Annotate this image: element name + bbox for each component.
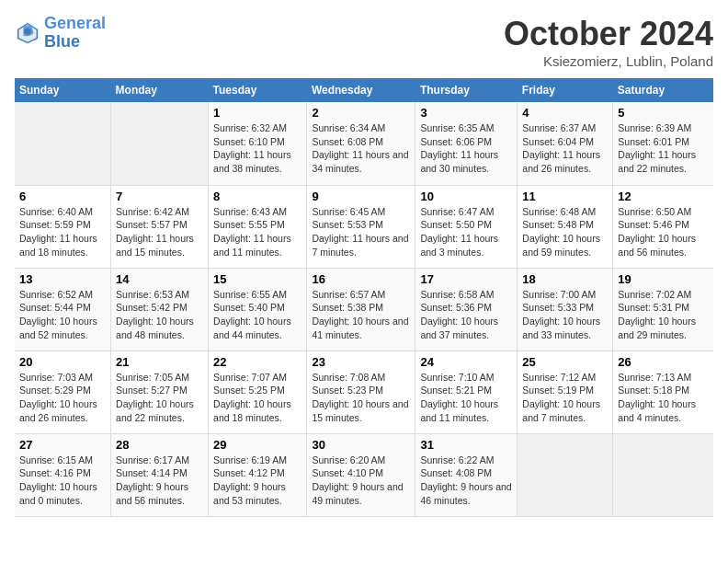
day-info: Sunrise: 6:42 AM Sunset: 5:57 PM Dayligh…	[116, 205, 203, 259]
day-number: 11	[522, 190, 608, 203]
week-row-5: 27Sunrise: 6:15 AM Sunset: 4:16 PM Dayli…	[15, 433, 713, 516]
logo-blue: Blue	[44, 33, 106, 52]
calendar-table: SundayMondayTuesdayWednesdayThursdayFrid…	[15, 78, 713, 517]
day-number: 29	[213, 438, 301, 452]
calendar-cell: 31Sunrise: 6:22 AM Sunset: 4:08 PM Dayli…	[415, 433, 518, 516]
day-number: 10	[420, 190, 512, 203]
logo-text: General Blue	[44, 15, 106, 52]
week-row-2: 6Sunrise: 6:40 AM Sunset: 5:59 PM Daylig…	[15, 185, 713, 268]
day-number: 6	[19, 190, 106, 203]
day-info: Sunrise: 7:12 AM Sunset: 5:19 PM Dayligh…	[522, 371, 608, 425]
calendar-cell: 20Sunrise: 7:03 AM Sunset: 5:29 PM Dayli…	[15, 350, 111, 433]
day-info: Sunrise: 6:35 AM Sunset: 6:06 PM Dayligh…	[420, 121, 512, 176]
calendar-cell: 10Sunrise: 6:47 AM Sunset: 5:50 PM Dayli…	[415, 185, 518, 268]
day-number: 30	[312, 438, 410, 452]
calendar-cell: 19Sunrise: 7:02 AM Sunset: 5:31 PM Dayli…	[613, 268, 713, 350]
header-day-monday: Monday	[111, 78, 209, 102]
day-info: Sunrise: 6:53 AM Sunset: 5:42 PM Dayligh…	[116, 288, 203, 342]
day-info: Sunrise: 7:08 AM Sunset: 5:23 PM Dayligh…	[312, 371, 410, 425]
header-day-friday: Friday	[518, 78, 613, 102]
day-number: 28	[116, 438, 203, 452]
calendar-cell: 16Sunrise: 6:57 AM Sunset: 5:38 PM Dayli…	[307, 268, 415, 350]
week-row-4: 20Sunrise: 7:03 AM Sunset: 5:29 PM Dayli…	[15, 350, 713, 433]
calendar-body: 1Sunrise: 6:32 AM Sunset: 6:10 PM Daylig…	[15, 102, 713, 516]
calendar-cell: 22Sunrise: 7:07 AM Sunset: 5:25 PM Dayli…	[209, 350, 307, 433]
day-info: Sunrise: 6:40 AM Sunset: 5:59 PM Dayligh…	[19, 205, 106, 259]
calendar-header: SundayMondayTuesdayWednesdayThursdayFrid…	[15, 78, 713, 102]
calendar-cell: 23Sunrise: 7:08 AM Sunset: 5:23 PM Dayli…	[307, 350, 415, 433]
day-number: 4	[522, 106, 608, 120]
day-info: Sunrise: 6:58 AM Sunset: 5:36 PM Dayligh…	[420, 288, 512, 342]
day-info: Sunrise: 6:32 AM Sunset: 6:10 PM Dayligh…	[213, 121, 301, 176]
calendar-cell: 17Sunrise: 6:58 AM Sunset: 5:36 PM Dayli…	[415, 268, 518, 350]
calendar-cell: 9Sunrise: 6:45 AM Sunset: 5:53 PM Daylig…	[307, 185, 415, 268]
calendar-cell: 12Sunrise: 6:50 AM Sunset: 5:46 PM Dayli…	[613, 185, 713, 268]
day-info: Sunrise: 6:15 AM Sunset: 4:16 PM Dayligh…	[19, 454, 106, 508]
day-number: 2	[312, 106, 410, 120]
title-block: October 2024 Ksiezomierz, Lublin, Poland	[504, 15, 713, 69]
day-number: 20	[19, 355, 106, 369]
day-info: Sunrise: 7:02 AM Sunset: 5:31 PM Dayligh…	[618, 288, 709, 342]
calendar-cell: 30Sunrise: 6:20 AM Sunset: 4:10 PM Dayli…	[307, 433, 415, 516]
day-number: 21	[116, 355, 203, 369]
calendar-cell: 1Sunrise: 6:32 AM Sunset: 6:10 PM Daylig…	[209, 102, 307, 185]
calendar-cell	[613, 433, 713, 516]
day-info: Sunrise: 7:07 AM Sunset: 5:25 PM Dayligh…	[213, 371, 301, 425]
calendar-cell: 29Sunrise: 6:19 AM Sunset: 4:12 PM Dayli…	[209, 433, 307, 516]
day-number: 8	[213, 190, 301, 203]
calendar-cell: 14Sunrise: 6:53 AM Sunset: 5:42 PM Dayli…	[111, 268, 209, 350]
calendar-cell: 28Sunrise: 6:17 AM Sunset: 4:14 PM Dayli…	[111, 433, 209, 516]
day-info: Sunrise: 6:22 AM Sunset: 4:08 PM Dayligh…	[420, 454, 512, 508]
header-day-saturday: Saturday	[613, 78, 713, 102]
month-title: October 2024	[504, 15, 713, 53]
day-number: 16	[312, 272, 410, 286]
day-info: Sunrise: 6:52 AM Sunset: 5:44 PM Dayligh…	[19, 288, 106, 342]
day-number: 26	[618, 355, 709, 369]
day-info: Sunrise: 6:17 AM Sunset: 4:14 PM Dayligh…	[116, 454, 203, 508]
day-number: 5	[618, 106, 709, 120]
day-info: Sunrise: 7:03 AM Sunset: 5:29 PM Dayligh…	[19, 371, 106, 425]
day-number: 7	[116, 190, 203, 203]
week-row-1: 1Sunrise: 6:32 AM Sunset: 6:10 PM Daylig…	[15, 102, 713, 185]
calendar-cell	[111, 102, 209, 185]
calendar-cell: 13Sunrise: 6:52 AM Sunset: 5:44 PM Dayli…	[15, 268, 111, 350]
calendar-cell: 8Sunrise: 6:43 AM Sunset: 5:55 PM Daylig…	[209, 185, 307, 268]
day-number: 13	[19, 272, 106, 286]
day-number: 12	[618, 190, 709, 203]
calendar-cell	[518, 433, 613, 516]
day-info: Sunrise: 7:10 AM Sunset: 5:21 PM Dayligh…	[420, 371, 512, 425]
calendar-cell: 5Sunrise: 6:39 AM Sunset: 6:01 PM Daylig…	[613, 102, 713, 185]
calendar-cell: 4Sunrise: 6:37 AM Sunset: 6:04 PM Daylig…	[518, 102, 613, 185]
day-info: Sunrise: 6:50 AM Sunset: 5:46 PM Dayligh…	[618, 205, 709, 259]
header-day-wednesday: Wednesday	[307, 78, 415, 102]
calendar-cell: 25Sunrise: 7:12 AM Sunset: 5:19 PM Dayli…	[518, 350, 613, 433]
day-number: 19	[618, 272, 709, 286]
calendar-cell: 7Sunrise: 6:42 AM Sunset: 5:57 PM Daylig…	[111, 185, 209, 268]
day-info: Sunrise: 6:20 AM Sunset: 4:10 PM Dayligh…	[312, 454, 410, 508]
day-info: Sunrise: 6:47 AM Sunset: 5:50 PM Dayligh…	[420, 205, 512, 259]
day-number: 9	[312, 190, 410, 203]
day-info: Sunrise: 7:13 AM Sunset: 5:18 PM Dayligh…	[618, 371, 709, 425]
day-info: Sunrise: 7:00 AM Sunset: 5:33 PM Dayligh…	[522, 288, 608, 342]
calendar-cell: 11Sunrise: 6:48 AM Sunset: 5:48 PM Dayli…	[518, 185, 613, 268]
day-number: 3	[420, 106, 512, 120]
day-info: Sunrise: 6:19 AM Sunset: 4:12 PM Dayligh…	[213, 454, 301, 508]
day-number: 17	[420, 272, 512, 286]
day-info: Sunrise: 6:55 AM Sunset: 5:40 PM Dayligh…	[213, 288, 301, 342]
day-number: 31	[420, 438, 512, 452]
day-info: Sunrise: 6:57 AM Sunset: 5:38 PM Dayligh…	[312, 288, 410, 342]
calendar-cell: 26Sunrise: 7:13 AM Sunset: 5:18 PM Dayli…	[613, 350, 713, 433]
calendar-cell: 15Sunrise: 6:55 AM Sunset: 5:40 PM Dayli…	[209, 268, 307, 350]
week-row-3: 13Sunrise: 6:52 AM Sunset: 5:44 PM Dayli…	[15, 268, 713, 350]
day-info: Sunrise: 6:37 AM Sunset: 6:04 PM Dayligh…	[522, 121, 608, 176]
day-number: 22	[213, 355, 301, 369]
calendar-cell: 21Sunrise: 7:05 AM Sunset: 5:27 PM Dayli…	[111, 350, 209, 433]
day-info: Sunrise: 6:45 AM Sunset: 5:53 PM Dayligh…	[312, 205, 410, 259]
day-info: Sunrise: 6:48 AM Sunset: 5:48 PM Dayligh…	[522, 205, 608, 259]
day-info: Sunrise: 6:43 AM Sunset: 5:55 PM Dayligh…	[213, 205, 301, 259]
header-day-sunday: Sunday	[15, 78, 111, 102]
day-number: 1	[213, 106, 301, 120]
day-info: Sunrise: 7:05 AM Sunset: 5:27 PM Dayligh…	[116, 371, 203, 425]
calendar-cell: 2Sunrise: 6:34 AM Sunset: 6:08 PM Daylig…	[307, 102, 415, 185]
page-header: General Blue October 2024 Ksiezomierz, L…	[15, 15, 713, 69]
